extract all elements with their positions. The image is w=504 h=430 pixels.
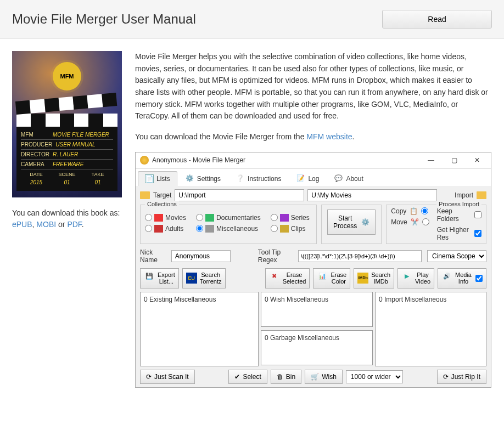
movies-path-input[interactable]	[307, 189, 437, 201]
tab-log[interactable]: 📝Log	[289, 171, 326, 186]
radio-clips[interactable]: Clips	[271, 225, 310, 233]
download-text: You can download this book as: ePUB, MOB…	[12, 207, 122, 230]
bars-icon: 📊	[317, 273, 328, 284]
width-combo[interactable]: 1000 or wider	[346, 370, 403, 383]
nick-label: Nick Name	[140, 248, 166, 264]
nick-input[interactable]	[171, 250, 231, 262]
wish-list[interactable]: 0 Wish Miscellaneous	[261, 292, 373, 327]
info-icon: 🔊	[441, 273, 452, 284]
search-imdb-button[interactable]: IMDbSearch IMDb	[354, 268, 394, 288]
search-torrentz-button[interactable]: EUSearch Torrentz	[182, 268, 226, 288]
read-button[interactable]: Read	[382, 10, 492, 29]
export-list-button[interactable]: 💾Export List...	[140, 268, 179, 288]
radio-series[interactable]: Series	[271, 214, 310, 222]
checkbox-higher-res[interactable]	[474, 230, 481, 237]
select-button[interactable]: ✔Select	[228, 370, 267, 384]
mfm-badge: MFM	[53, 62, 81, 90]
close-button[interactable]: ✕	[466, 152, 489, 168]
radio-documentaries[interactable]: Documentaries	[196, 214, 261, 222]
tab-lists[interactable]: 📄Lists	[138, 171, 177, 186]
folder-icon	[477, 191, 486, 199]
gear-icon: ⚙️	[361, 218, 369, 226]
target-label: Target	[153, 191, 171, 199]
cinema-combo[interactable]: Cinema Scope	[427, 250, 486, 262]
app-icon	[140, 156, 149, 165]
regex-input[interactable]	[298, 250, 422, 262]
checkbox-keep-folders[interactable]	[474, 211, 481, 218]
page-title: Movie File Merger User Manual	[12, 12, 196, 27]
radio-move[interactable]	[422, 218, 429, 225]
maximize-button[interactable]: ▢	[443, 152, 466, 168]
window-title: Anonymous - Movie File Merger	[152, 156, 245, 164]
description-paragraph-1: Movie File Merger helps you with the sel…	[135, 51, 492, 122]
check-icon: ✔	[234, 373, 240, 381]
radio-miscellaneous[interactable]: Miscellaneous	[196, 225, 261, 233]
scissors-icon: ✂️	[411, 218, 419, 226]
floppy-icon: 💾	[144, 273, 155, 284]
mobi-link[interactable]: MOBI	[36, 220, 56, 229]
imdb-icon: IMDb	[357, 273, 368, 284]
description-paragraph-2: You can download the Movie File Merger f…	[135, 131, 492, 143]
pdf-link[interactable]: PDF	[67, 220, 81, 229]
epub-link[interactable]: ePUB	[12, 220, 32, 229]
erase-color-button[interactable]: 📊Erase Color	[313, 268, 350, 288]
refresh-icon: ⟳	[443, 373, 449, 381]
garbage-list[interactable]: 0 Garbage Miscellaneous	[261, 330, 373, 365]
bin-button[interactable]: 🗑Bin	[271, 370, 301, 384]
tab-about[interactable]: 💬About	[327, 171, 370, 186]
tab-instructions[interactable]: ❔Instructions	[229, 171, 288, 186]
just-scan-button[interactable]: ⟳Just Scan It	[140, 370, 195, 384]
book-cover: MFM MFMMOVIE FILE MERGER PRODUCERUSER MA…	[12, 51, 122, 197]
x-icon: ✖	[269, 273, 280, 284]
start-process-button[interactable]: Start Process⚙️	[327, 210, 376, 235]
play-icon: ▶	[401, 273, 412, 284]
folder-icon	[140, 191, 150, 199]
wish-button[interactable]: 🛒Wish	[305, 370, 343, 384]
just-rip-button[interactable]: ⟳Just Rip It	[437, 370, 486, 384]
radio-movies[interactable]: Movies	[145, 214, 186, 222]
eu-flag-icon: EU	[186, 273, 197, 284]
play-video-button[interactable]: ▶Play Video	[397, 268, 434, 288]
cart-icon: 🛒	[311, 373, 319, 381]
refresh-icon: ⟳	[146, 373, 152, 381]
app-screenshot: Anonymous - Movie File Merger — ▢ ✕ 📄Lis…	[135, 152, 491, 388]
radio-copy[interactable]	[421, 207, 428, 214]
mfm-website-link[interactable]: MFM website	[306, 132, 352, 141]
minimize-button[interactable]: —	[419, 152, 443, 168]
tab-settings[interactable]: ⚙️Settings	[178, 171, 228, 186]
import-list[interactable]: 0 Import Miscellaneous	[375, 292, 486, 366]
existing-list[interactable]: 0 Existing Miscellaneous	[140, 292, 259, 366]
trash-icon: 🗑	[277, 373, 283, 381]
media-info-button[interactable]: 🔊Media Info	[438, 268, 486, 288]
target-path-input[interactable]	[175, 189, 304, 201]
erase-selected-button[interactable]: ✖Erase Selected	[265, 268, 310, 288]
radio-adults[interactable]: Adults	[145, 225, 186, 233]
import-label: Import	[455, 191, 473, 199]
regex-label: Tool Tip Regex	[258, 248, 293, 264]
copy-icon: 📋	[410, 207, 418, 215]
